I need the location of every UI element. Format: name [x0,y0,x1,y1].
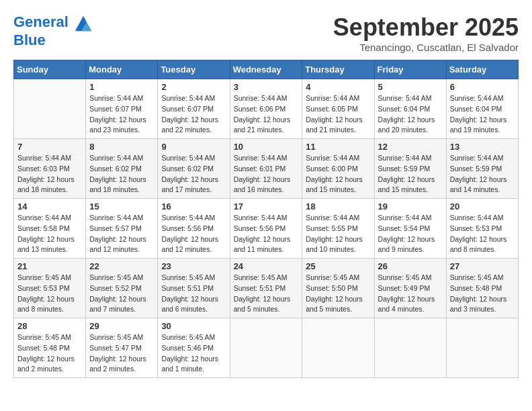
day-info: Sunrise: 5:44 AM Sunset: 6:07 PM Dayligh… [161,93,226,136]
day-number: 3 [234,82,299,92]
day-info: Sunrise: 5:45 AM Sunset: 5:50 PM Dayligh… [306,273,370,315]
day-number: 25 [306,261,370,271]
day-info: Sunrise: 5:45 AM Sunset: 5:48 PM Dayligh… [450,273,515,315]
day-info: Sunrise: 5:44 AM Sunset: 6:01 PM Dayligh… [234,153,299,195]
day-info: Sunrise: 5:44 AM Sunset: 6:04 PM Dayligh… [378,93,443,136]
logo: General Blue [13,13,93,48]
calendar-cell: 10Sunrise: 5:44 AM Sunset: 6:01 PM Dayli… [230,139,302,199]
day-info: Sunrise: 5:44 AM Sunset: 5:54 PM Dayligh… [378,213,443,255]
day-info: Sunrise: 5:44 AM Sunset: 5:59 PM Dayligh… [378,153,443,195]
day-number: 30 [161,321,226,331]
calendar-cell: 9Sunrise: 5:44 AM Sunset: 6:02 PM Daylig… [158,139,230,199]
day-number: 5 [378,82,443,92]
calendar-cell: 16Sunrise: 5:44 AM Sunset: 5:56 PM Dayli… [158,199,230,259]
day-number: 19 [378,201,443,212]
calendar-week-row: 28Sunrise: 5:45 AM Sunset: 5:48 PM Dayli… [14,318,519,378]
day-info: Sunrise: 5:44 AM Sunset: 5:57 PM Dayligh… [89,213,154,255]
calendar-week-row: 14Sunrise: 5:44 AM Sunset: 5:58 PM Dayli… [14,199,519,259]
calendar-cell [14,79,86,139]
calendar-week-row: 21Sunrise: 5:45 AM Sunset: 5:53 PM Dayli… [14,259,519,318]
day-info: Sunrise: 5:44 AM Sunset: 5:53 PM Dayligh… [450,213,515,255]
logo-text: General [13,13,93,32]
day-info: Sunrise: 5:44 AM Sunset: 6:06 PM Dayligh… [234,93,299,136]
calendar-cell: 8Sunrise: 5:44 AM Sunset: 6:02 PM Daylig… [86,139,158,199]
calendar-cell: 5Sunrise: 5:44 AM Sunset: 6:04 PM Daylig… [374,79,446,139]
day-number: 28 [17,321,82,331]
calendar-week-row: 1Sunrise: 5:44 AM Sunset: 6:07 PM Daylig… [14,79,519,139]
day-number: 27 [450,261,515,271]
day-info: Sunrise: 5:45 AM Sunset: 5:48 PM Dayligh… [17,332,82,375]
calendar-cell: 14Sunrise: 5:44 AM Sunset: 5:58 PM Dayli… [14,199,86,259]
day-number: 14 [17,201,82,212]
day-number: 9 [161,142,226,152]
calendar-cell: 6Sunrise: 5:44 AM Sunset: 6:04 PM Daylig… [446,79,518,139]
calendar-cell: 27Sunrise: 5:45 AM Sunset: 5:48 PM Dayli… [446,259,518,318]
calendar-table: SundayMondayTuesdayWednesdayThursdayFrid… [13,60,519,378]
calendar-cell [446,318,518,378]
calendar-cell: 25Sunrise: 5:45 AM Sunset: 5:50 PM Dayli… [302,259,374,318]
day-number: 24 [234,261,299,271]
calendar-cell: 1Sunrise: 5:44 AM Sunset: 6:07 PM Daylig… [86,79,158,139]
day-number: 4 [306,82,370,92]
day-info: Sunrise: 5:45 AM Sunset: 5:53 PM Dayligh… [17,273,82,315]
calendar-cell: 13Sunrise: 5:44 AM Sunset: 5:59 PM Dayli… [446,139,518,199]
day-info: Sunrise: 5:45 AM Sunset: 5:47 PM Dayligh… [89,332,154,375]
day-info: Sunrise: 5:45 AM Sunset: 5:52 PM Dayligh… [89,273,154,315]
day-info: Sunrise: 5:44 AM Sunset: 6:02 PM Dayligh… [89,153,154,195]
calendar-header-sunday: Sunday [14,60,86,79]
day-info: Sunrise: 5:44 AM Sunset: 5:59 PM Dayligh… [450,153,515,195]
page-header: General Blue September 2025 Tenancingo, … [13,13,519,53]
day-info: Sunrise: 5:44 AM Sunset: 6:05 PM Dayligh… [306,93,370,136]
day-info: Sunrise: 5:45 AM Sunset: 5:49 PM Dayligh… [378,273,443,315]
title-block: September 2025 Tenancingo, Cuscatlan, El… [333,13,519,53]
day-number: 11 [306,142,370,152]
calendar-cell [230,318,302,378]
day-info: Sunrise: 5:44 AM Sunset: 6:03 PM Dayligh… [17,153,82,195]
calendar-cell: 24Sunrise: 5:45 AM Sunset: 5:51 PM Dayli… [230,259,302,318]
calendar-cell: 28Sunrise: 5:45 AM Sunset: 5:48 PM Dayli… [14,318,86,378]
calendar-cell: 30Sunrise: 5:45 AM Sunset: 5:46 PM Dayli… [158,318,230,378]
day-number: 1 [89,82,154,92]
day-info: Sunrise: 5:44 AM Sunset: 5:56 PM Dayligh… [234,213,299,255]
location-title: Tenancingo, Cuscatlan, El Salvador [333,42,519,53]
day-number: 29 [89,321,154,331]
calendar-cell: 29Sunrise: 5:45 AM Sunset: 5:47 PM Dayli… [86,318,158,378]
calendar-header-monday: Monday [86,60,158,79]
day-number: 6 [450,82,515,92]
calendar-cell: 18Sunrise: 5:44 AM Sunset: 5:55 PM Dayli… [302,199,374,259]
day-number: 20 [450,201,515,212]
calendar-cell: 4Sunrise: 5:44 AM Sunset: 6:05 PM Daylig… [302,79,374,139]
calendar-header-thursday: Thursday [302,60,374,79]
day-info: Sunrise: 5:45 AM Sunset: 5:51 PM Dayligh… [234,273,299,315]
day-number: 26 [378,261,443,271]
day-info: Sunrise: 5:44 AM Sunset: 6:02 PM Dayligh… [161,153,226,195]
calendar-cell [302,318,374,378]
calendar-header-saturday: Saturday [446,60,518,79]
day-info: Sunrise: 5:44 AM Sunset: 6:00 PM Dayligh… [306,153,370,195]
day-number: 18 [306,201,370,212]
calendar-cell: 19Sunrise: 5:44 AM Sunset: 5:54 PM Dayli… [374,199,446,259]
day-info: Sunrise: 5:44 AM Sunset: 5:56 PM Dayligh… [161,213,226,255]
calendar-cell: 21Sunrise: 5:45 AM Sunset: 5:53 PM Dayli… [14,259,86,318]
day-number: 7 [17,142,82,152]
calendar-cell: 12Sunrise: 5:44 AM Sunset: 5:59 PM Dayli… [374,139,446,199]
calendar-cell: 26Sunrise: 5:45 AM Sunset: 5:49 PM Dayli… [374,259,446,318]
day-number: 21 [17,261,82,271]
day-number: 15 [89,201,154,212]
calendar-cell: 22Sunrise: 5:45 AM Sunset: 5:52 PM Dayli… [86,259,158,318]
calendar-cell: 11Sunrise: 5:44 AM Sunset: 6:00 PM Dayli… [302,139,374,199]
day-number: 2 [161,82,226,92]
calendar-cell: 3Sunrise: 5:44 AM Sunset: 6:06 PM Daylig… [230,79,302,139]
month-title: September 2025 [333,13,519,42]
logo-text-blue: Blue [13,32,93,48]
day-info: Sunrise: 5:45 AM Sunset: 5:46 PM Dayligh… [161,332,226,375]
day-number: 23 [161,261,226,271]
calendar-cell: 15Sunrise: 5:44 AM Sunset: 5:57 PM Dayli… [86,199,158,259]
calendar-cell: 20Sunrise: 5:44 AM Sunset: 5:53 PM Dayli… [446,199,518,259]
calendar-header-row: SundayMondayTuesdayWednesdayThursdayFrid… [14,60,519,79]
day-number: 22 [89,261,154,271]
day-number: 12 [378,142,443,152]
day-info: Sunrise: 5:44 AM Sunset: 6:04 PM Dayligh… [450,93,515,136]
calendar-cell: 7Sunrise: 5:44 AM Sunset: 6:03 PM Daylig… [14,139,86,199]
calendar-week-row: 7Sunrise: 5:44 AM Sunset: 6:03 PM Daylig… [14,139,519,199]
